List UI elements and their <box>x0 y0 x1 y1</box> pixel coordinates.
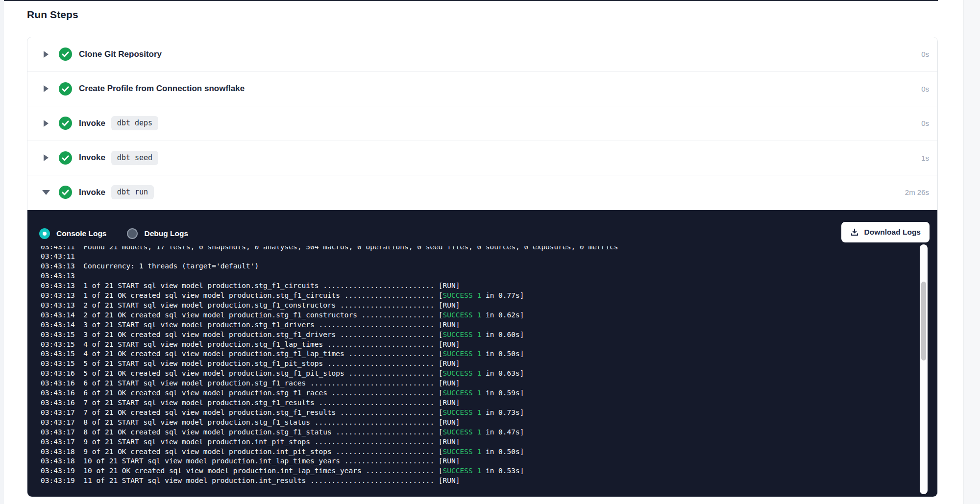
log-type-radio-group: Console LogsDebug Logs <box>39 228 188 239</box>
step-command-chip: dbt run <box>111 185 154 199</box>
radio-label: Console Logs <box>56 229 106 238</box>
step-row[interactable]: Invokedbt run2m 26s <box>27 175 937 210</box>
log-line: 03:43:16 7 of 21 START sql view model pr… <box>41 398 918 408</box>
log-line: 03:43:19 10 of 21 OK created sql view mo… <box>41 466 918 476</box>
log-line: 03:43:13 <box>41 271 918 281</box>
download-label: Download Logs <box>864 228 921 237</box>
step-label: Invoke <box>79 188 105 197</box>
step-duration: 0s <box>921 85 929 93</box>
step-duration: 0s <box>921 119 929 127</box>
step-row[interactable]: Invokedbt deps0s <box>27 106 937 141</box>
log-tab-debug-logs[interactable]: Debug Logs <box>127 228 188 239</box>
success-check-icon <box>59 186 72 199</box>
expand-caret-icon[interactable] <box>42 85 50 92</box>
console-log-output[interactable]: 03:43:11 Found 21 models, 17 tests, 0 sn… <box>41 246 918 494</box>
step-command-chip: dbt seed <box>111 151 158 165</box>
steps-list: Clone Git Repository0s Create Profile fr… <box>27 37 937 210</box>
step-duration: 0s <box>921 50 929 58</box>
run-steps-card: Clone Git Repository0s Create Profile fr… <box>27 37 938 497</box>
log-line: 03:43:18 9 of 21 OK created sql view mod… <box>41 447 918 457</box>
step-command-chip: dbt deps <box>111 116 158 130</box>
log-line: 03:43:16 6 of 21 OK created sql view mod… <box>41 388 918 398</box>
download-logs-button[interactable]: Download Logs <box>841 222 930 242</box>
log-line: 03:43:11 Found 21 models, 17 tests, 0 sn… <box>41 246 918 252</box>
download-icon <box>850 228 859 237</box>
log-line: 03:43:19 11 of 21 START sql view model p… <box>41 476 918 486</box>
log-scrollbar-track[interactable] <box>920 244 928 494</box>
log-line: 03:43:15 5 of 21 START sql view model pr… <box>41 359 918 369</box>
log-line: 03:43:16 5 of 21 OK created sql view mod… <box>41 369 918 379</box>
left-gutter <box>0 0 4 504</box>
log-line: 03:43:13 2 of 21 START sql view model pr… <box>41 301 918 311</box>
log-line: 03:43:17 8 of 21 START sql view model pr… <box>41 418 918 428</box>
step-label: Invoke <box>79 153 105 163</box>
success-check-icon <box>59 48 72 61</box>
log-tab-console-logs[interactable]: Console Logs <box>39 228 106 239</box>
log-line: 03:43:11 <box>41 252 918 262</box>
log-line: 03:43:13 Concurrency: 1 threads (target=… <box>41 262 918 271</box>
log-line: 03:43:18 10 of 21 START sql view model p… <box>41 456 918 466</box>
step-duration: 1s <box>921 154 929 162</box>
step-row[interactable]: Create Profile from Connection snowflake… <box>27 72 937 107</box>
right-gutter <box>963 0 980 504</box>
log-scrollbar-thumb[interactable] <box>921 282 926 360</box>
radio-unselected-icon[interactable] <box>127 228 138 239</box>
log-line: 03:43:17 7 of 21 OK created sql view mod… <box>41 408 918 418</box>
log-line: 03:43:14 3 of 21 START sql view model pr… <box>41 320 918 330</box>
step-duration: 2m 26s <box>905 188 929 196</box>
step-row[interactable]: Invokedbt seed1s <box>27 141 937 176</box>
expand-caret-icon[interactable] <box>42 120 50 127</box>
radio-label: Debug Logs <box>144 229 188 238</box>
page-title: Run Steps <box>27 9 78 21</box>
log-line: 03:43:16 6 of 21 START sql view model pr… <box>41 379 918 388</box>
success-check-icon <box>59 82 72 96</box>
success-check-icon <box>59 117 72 130</box>
log-line: 03:43:14 2 of 21 OK created sql view mod… <box>41 311 918 320</box>
success-check-icon <box>59 151 72 165</box>
log-line: 03:43:15 4 of 21 OK created sql view mod… <box>41 349 918 359</box>
step-label: Invoke <box>79 119 105 128</box>
expand-caret-icon[interactable] <box>42 154 50 161</box>
step-label: Create Profile from Connection snowflake <box>79 84 245 94</box>
log-line: 03:43:17 9 of 21 START sql view model pr… <box>41 437 918 447</box>
top-border-rule <box>4 0 938 1</box>
log-line: 03:43:15 3 of 21 OK created sql view mod… <box>41 330 918 340</box>
step-label: Clone Git Repository <box>79 49 162 59</box>
radio-selected-icon[interactable] <box>39 228 50 239</box>
step-row[interactable]: Clone Git Repository0s <box>27 37 937 72</box>
log-line: 03:43:13 1 of 21 OK created sql view mod… <box>41 291 918 301</box>
run-steps-page: Run Steps Clone Git Repository0s Create … <box>0 0 980 504</box>
log-panel: Console LogsDebug Logs Download Logs 03:… <box>27 210 937 497</box>
expand-caret-icon[interactable] <box>42 51 50 58</box>
log-line: 03:43:17 8 of 21 OK created sql view mod… <box>41 428 918 437</box>
log-line: 03:43:13 1 of 21 START sql view model pr… <box>41 281 918 291</box>
log-line: 03:43:15 4 of 21 START sql view model pr… <box>41 340 918 350</box>
collapse-caret-icon[interactable] <box>42 190 50 195</box>
